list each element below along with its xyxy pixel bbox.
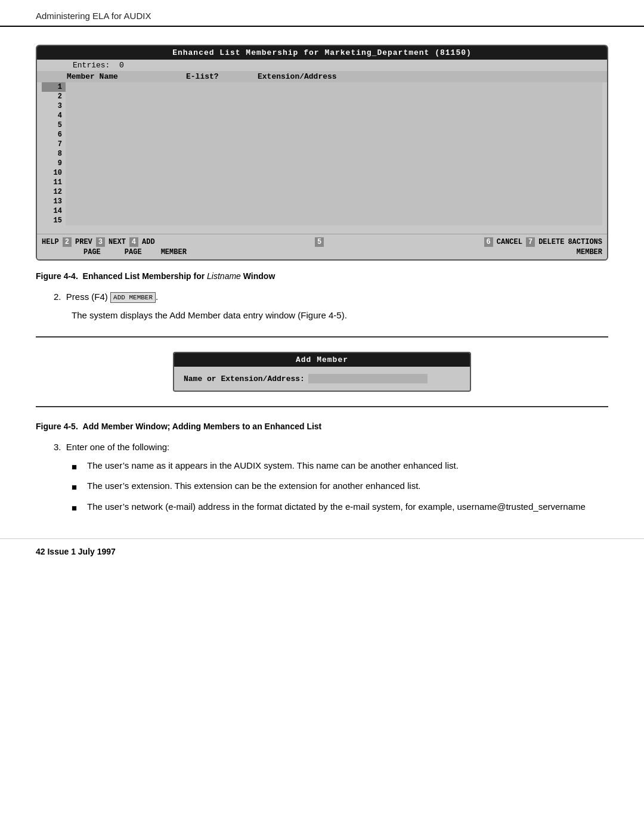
page-header: Administering ELA for AUDIX [0, 0, 644, 27]
table-row: 8 [42, 149, 602, 159]
fkey-delete: DELETE [538, 238, 564, 246]
caption-text: Enhanced List Membership for [83, 271, 207, 281]
caption-italic: Listname [207, 271, 241, 281]
column-header-row: Member Name E-list? Extension/Address [37, 71, 607, 82]
field-label: Name or Extension/Address: [184, 374, 305, 383]
footer-text: 42 Issue 1 July 1997 [36, 547, 116, 556]
bullet-icon: ■ [72, 481, 82, 494]
table-row: 1 [42, 82, 602, 92]
table-row: 12 [42, 187, 602, 197]
terminal-titlebar: Enhanced List Membership for Marketing_D… [37, 46, 607, 60]
fig5-caption-text: Add Member Window; Adding Members to an … [83, 422, 322, 431]
spacer [37, 225, 607, 234]
field-row: Name or Extension/Address: [184, 374, 460, 383]
fkey-page1: PAGE [83, 248, 101, 256]
fkey-cancel: CANCEL [497, 238, 522, 246]
add-member-titlebar: Add Member [174, 353, 470, 367]
fkey-add: ADD [142, 238, 155, 246]
fkey-next: NEXT [109, 238, 126, 246]
fkey-5: 5 [315, 237, 324, 247]
table-row: 13 [42, 197, 602, 206]
table-row: 2 [42, 92, 602, 101]
fkey-4: 4 [129, 237, 138, 247]
table-row: 15 [42, 216, 602, 225]
add-member-body: Name or Extension/Address: [174, 367, 470, 391]
fkey-page2: PAGE [125, 248, 142, 256]
table-row: 7 [42, 140, 602, 149]
add-member-key: ADD MEMBER [110, 292, 156, 304]
table-row: 11 [42, 178, 602, 187]
figure4-caption: Figure 4-4. Enhanced List Membership for… [36, 271, 608, 281]
fkey-prev: PREV [75, 238, 92, 246]
fig5-caption-label: Figure 4-5. [36, 422, 78, 431]
table-row: 3 [42, 101, 602, 111]
data-area: 1 2 3 4 5 6 7 [37, 82, 607, 225]
fkey-6: 6 [484, 237, 493, 247]
fkey-8actions: 8ACTIONS [568, 238, 602, 246]
entries-value: 0 [119, 61, 124, 70]
bullet-item-3: ■ The user’s network (e-mail) address in… [36, 500, 608, 515]
section-divider [36, 336, 608, 337]
table-row: 4 [42, 111, 602, 120]
fkey-help: HELP [42, 238, 59, 246]
figure4-terminal-window: Enhanced List Membership for Marketing_D… [36, 45, 608, 261]
col-member-header: Member Name [67, 72, 186, 81]
section-divider-2 [36, 406, 608, 407]
field-input[interactable] [308, 374, 428, 383]
col-ext-header: Extension/Address [258, 72, 602, 81]
table-row: 5 [42, 120, 602, 130]
fkey-member2: MEMBER [577, 248, 602, 256]
bullet-text-3: The user’s network (e-mail) address in t… [87, 500, 608, 514]
figure5-terminal-window: Add Member Name or Extension/Address: [173, 352, 471, 392]
fkey-2: 2 [63, 237, 72, 247]
fkey-7: 7 [526, 237, 535, 247]
footer-row-2: PAGE PAGE MEMBER MEMBER [42, 247, 602, 257]
bullet-icon: ■ [72, 460, 82, 474]
main-content: Enhanced List Membership for Marketing_D… [0, 45, 644, 515]
bullet-text-2: The user’s extension. This extension can… [87, 479, 608, 493]
step3-text: 3. Enter one of the following: [36, 441, 608, 454]
terminal-footer: HELP 2 PREV 3 NEXT 4 ADD 5 6 CANCEL 7 DE… [37, 234, 607, 259]
entries-row: Entries: 0 [37, 60, 607, 71]
header-title: Administering ELA for AUDIX [36, 11, 151, 21]
bullet-item-1: ■ The user’s name as it appears in the A… [36, 459, 608, 474]
table-row: 9 [42, 159, 602, 168]
col-elist-header: E-list? [186, 72, 258, 81]
step2-text: 2. Press (F4) ADD MEMBER. [36, 290, 608, 304]
caption-text2: Window [241, 271, 275, 281]
table-row: 10 [42, 168, 602, 178]
bullet-item-2: ■ The user’s extension. This extension c… [36, 479, 608, 494]
caption-label: Figure 4-4. [36, 271, 78, 281]
entries-label: Entries: [73, 61, 110, 70]
bullet-text-1: The user’s name as it appears in the AUD… [87, 459, 608, 473]
bullet-icon: ■ [72, 501, 82, 515]
fkey-3: 3 [96, 237, 105, 247]
footer-row-1: HELP 2 PREV 3 NEXT 4 ADD 5 6 CANCEL 7 DE… [42, 237, 602, 247]
table-row: 14 [42, 206, 602, 216]
fkey-member1: MEMBER [161, 248, 187, 256]
figure5-caption: Figure 4-5. Add Member Window; Adding Me… [36, 422, 608, 431]
step2-subtext: The system displays the Add Member data … [36, 309, 608, 323]
page-footer: 42 Issue 1 July 1997 [0, 538, 644, 563]
table-row: 6 [42, 130, 602, 140]
